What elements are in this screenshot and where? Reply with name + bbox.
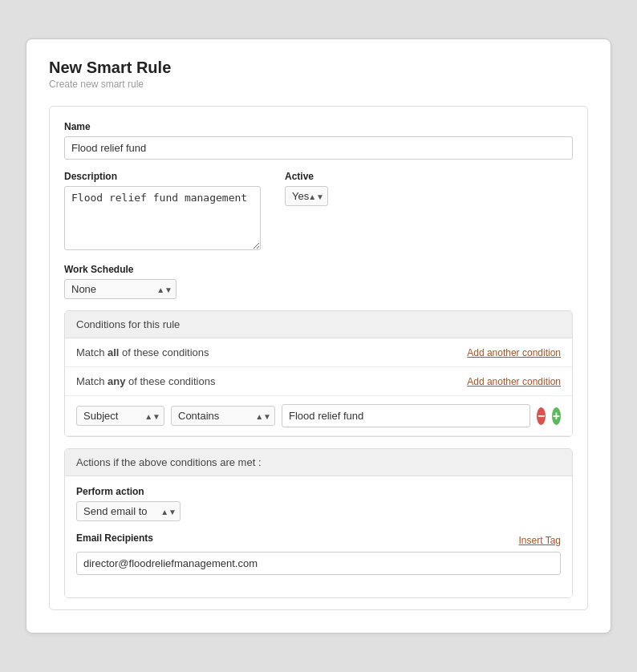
actions-section-label: Actions if the above conditions are met … — [76, 456, 262, 468]
insert-tag-link[interactable]: Insert Tag — [519, 535, 561, 546]
desc-active-row: Description Flood relief fund management… — [64, 171, 573, 253]
perform-action-select[interactable]: Send email to Assign to Move to Delete — [76, 501, 181, 521]
perform-action-label: Perform action — [76, 486, 561, 497]
contains-select-wrap: Contains Does not contain Is Is not Star… — [171, 406, 275, 426]
actions-section: Actions if the above conditions are met … — [64, 448, 573, 598]
smart-rule-card: New Smart Rule Create new smart rule Nam… — [26, 38, 611, 634]
add-any-condition-link[interactable]: Add another condition — [467, 376, 561, 387]
subject-select[interactable]: Subject From To CC BCC Body — [76, 406, 164, 426]
page-title: New Smart Rule — [49, 59, 588, 77]
match-any-bold: any — [108, 375, 125, 387]
work-schedule-select[interactable]: None — [64, 279, 176, 299]
actions-body: Perform action Send email to Assign to M… — [65, 476, 572, 597]
match-any-text: Match any of these conditions — [76, 375, 215, 387]
add-all-condition-link[interactable]: Add another condition — [467, 347, 561, 358]
page-subtitle: Create new smart rule — [49, 79, 588, 90]
match-all-text: Match all of these conditions — [76, 346, 209, 358]
name-field-row: Name — [64, 121, 573, 160]
main-form-section: Name Description Flood relief fund manag… — [49, 106, 588, 610]
active-select-wrap: Yes No ▲▼ — [285, 186, 328, 206]
name-input[interactable] — [64, 136, 573, 160]
remove-condition-button[interactable]: − — [537, 407, 546, 425]
email-label-row: Email Recipients Insert Tag — [76, 532, 561, 548]
active-select[interactable]: Yes No — [285, 186, 328, 206]
conditions-header: Conditions for this rule — [65, 311, 572, 338]
subject-select-wrap: Subject From To CC BCC Body ▲▼ — [76, 406, 164, 426]
email-recipients-label: Email Recipients — [76, 532, 153, 544]
perform-action-select-wrap: Send email to Assign to Move to Delete ▲… — [76, 501, 181, 521]
conditions-section: Conditions for this rule Match all of th… — [64, 310, 573, 437]
email-recipients-row: Email Recipients Insert Tag — [76, 532, 561, 575]
email-recipients-input[interactable] — [76, 552, 561, 575]
active-column: Active Yes No ▲▼ — [285, 171, 328, 206]
match-any-row: Match any of these conditions Add anothe… — [65, 367, 572, 396]
actions-header: Actions if the above conditions are met … — [65, 449, 572, 476]
condition-value-input[interactable] — [282, 404, 530, 427]
match-all-row: Match all of these conditions Add anothe… — [65, 338, 572, 367]
match-all-bold: all — [108, 346, 119, 358]
conditions-section-label: Conditions for this rule — [76, 318, 180, 330]
condition-inputs-row: Subject From To CC BCC Body ▲▼ Contains … — [65, 396, 572, 436]
work-schedule-label: Work Schedule — [64, 264, 573, 275]
contains-select[interactable]: Contains Does not contain Is Is not Star… — [171, 406, 275, 426]
work-schedule-field-row: Work Schedule None ▲▼ — [64, 264, 573, 299]
work-schedule-select-wrap: None ▲▼ — [64, 279, 176, 299]
description-column: Description Flood relief fund management — [64, 171, 261, 253]
add-condition-button[interactable]: + — [552, 407, 561, 425]
perform-action-row: Perform action Send email to Assign to M… — [76, 486, 561, 521]
name-label: Name — [64, 121, 573, 132]
active-label: Active — [285, 171, 328, 182]
description-textarea[interactable]: Flood relief fund management — [64, 186, 261, 250]
description-label: Description — [64, 171, 261, 182]
